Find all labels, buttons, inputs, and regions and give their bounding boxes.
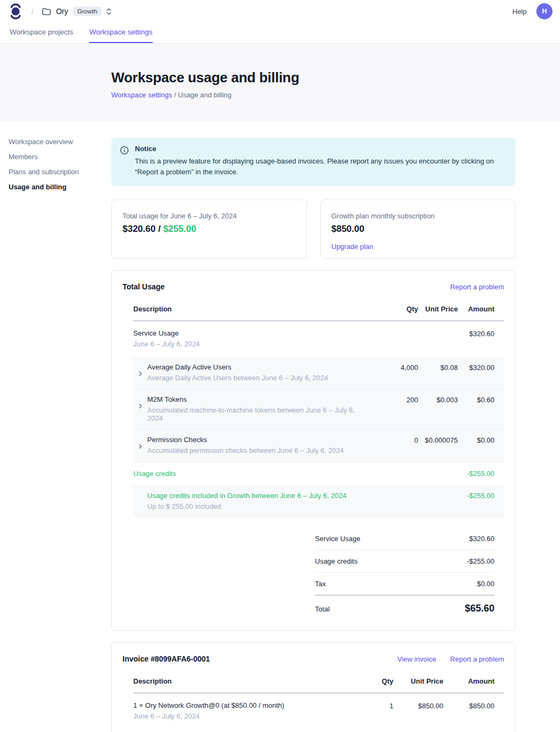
row-unit-price: $0.000075 (418, 436, 458, 444)
plan-badge: Growth (73, 6, 102, 16)
usage-totals: Service Usage $320.60 Usage credits -$25… (315, 528, 494, 617)
row-title: Average Daily Active Users (147, 363, 370, 371)
col-qty: Qty (345, 677, 393, 685)
plan-subscription-card: Growth plan monthly subscription $850.00… (320, 200, 516, 259)
row-amount: -$255.00 (458, 492, 494, 500)
totals-row-service-usage: Service Usage $320.60 (315, 528, 494, 550)
view-invoice-link[interactable]: View invoice (398, 655, 436, 663)
total-usage-label: Total usage for June 6 – July 6, 2024 (123, 212, 296, 220)
row-amount: $320.00 (458, 363, 494, 372)
row-title: Permission Checks (147, 436, 370, 444)
table-row-permission-checks[interactable]: Permission Checks Accumulated permission… (133, 430, 504, 462)
row-title: Service Usage (133, 329, 370, 337)
row-amount: -$255.00 (458, 470, 494, 478)
preview-notice: Notice This is a preview feature for dis… (111, 138, 515, 186)
table-row-service-usage: Service Usage June 6 – July 6, 2024 $320… (133, 321, 504, 357)
col-description: Description (133, 677, 345, 685)
usage-table: Description Qty Unit Price Amount Servic… (133, 299, 504, 617)
notice-body: This is a preview feature for displaying… (135, 156, 505, 177)
col-amount: Amount (458, 305, 494, 313)
row-title: Usage credits (133, 470, 370, 478)
row-subtitle: Average Daily Active Users between June … (147, 374, 370, 382)
row-unit-price: $0.003 (418, 395, 458, 404)
table-row-average-daily-active-users[interactable]: Average Daily Active Users Average Daily… (133, 357, 504, 389)
table-row-m2m-tokens[interactable]: M2M Tokens Accumulated machine-to-machin… (133, 389, 504, 430)
breadcrumb-settings-link[interactable]: Workspace settings (111, 91, 172, 99)
total-usage-panel: Total Usage Report a problem Description… (111, 270, 515, 631)
table-row-growth-subscription: 1 × Ory Network Growth@0 (at $850.00 / m… (133, 693, 504, 729)
usage-report-problem-link[interactable]: Report a problem (450, 283, 504, 291)
chevron-right-icon[interactable] (133, 436, 147, 450)
table-row-usage-credits: Usage credits -$255.00 (133, 462, 504, 485)
avatar[interactable]: H (536, 3, 552, 19)
invoice-table-header: Description Qty Unit Price Amount (133, 671, 504, 693)
totals-row-tax: Tax $0.00 (315, 573, 494, 595)
tab-workspace-projects[interactable]: Workspace projects (10, 23, 73, 43)
page-header: Workspace usage and billing Workspace se… (0, 44, 560, 122)
breadcrumb-separator: / (31, 7, 33, 16)
usage-panel-title: Total Usage (123, 282, 436, 291)
chevron-right-icon[interactable] (133, 363, 147, 377)
row-subtitle: Up to $ 255.00 included (147, 502, 370, 510)
sidebar-item-workspace-overview[interactable]: Workspace overview (9, 138, 103, 146)
total-usage-card: Total usage for June 6 – July 6, 2024 $3… (111, 200, 307, 259)
workspace-tabs: Workspace projects Workspace settings (0, 23, 560, 44)
row-amount: $0.60 (458, 395, 494, 404)
row-amount: $850.00 (443, 701, 494, 710)
row-title: M2M Tokens (147, 395, 370, 403)
plan-subscription-value: $850.00 (332, 224, 505, 234)
tab-workspace-settings[interactable]: Workspace settings (89, 23, 153, 43)
row-qty: 1 (345, 701, 393, 710)
notice-title: Notice (135, 145, 505, 153)
chevron-right-icon[interactable] (133, 395, 147, 409)
col-qty: Qty (370, 305, 418, 313)
row-title: 1 × Ory Network Growth@0 (at $850.00 / m… (133, 701, 345, 709)
row-qty: 0 (370, 436, 418, 444)
row-title: Usage credits included in Growth between… (147, 492, 370, 500)
plan-subscription-label: Growth plan monthly subscription (332, 212, 505, 220)
row-subtitle: Accumulated machine-to-machine tokens be… (147, 406, 370, 422)
sidebar-item-usage-and-billing[interactable]: Usage and billing (9, 183, 103, 191)
usage-table-header: Description Qty Unit Price Amount (133, 299, 504, 321)
row-qty: 4,000 (370, 363, 418, 372)
col-unit-price: Unit Price (418, 305, 458, 313)
col-amount: Amount (443, 677, 494, 685)
table-row-usage-credits-detail: Usage credits included in Growth between… (133, 485, 504, 518)
row-qty: 200 (370, 395, 418, 404)
upgrade-plan-link[interactable]: Upgrade plan (332, 243, 374, 251)
breadcrumb-current: / Usage and billing (174, 91, 232, 99)
totals-row-usage-credits: Usage credits -$255.00 (315, 550, 494, 573)
col-unit-price: Unit Price (393, 677, 443, 685)
totals-row-grand-total: Total $65.60 (315, 595, 494, 617)
usage-credit-value: $255.00 (163, 224, 196, 234)
invoice-panel-title: Invoice #8099AFA6-0001 (123, 655, 384, 663)
row-subtitle: Accumulated permission checks between Ju… (147, 446, 370, 454)
row-period: June 6 – July 6, 2024 (133, 340, 370, 348)
folder-icon (42, 8, 51, 16)
settings-sidebar: Workspace overview Members Plans and sub… (9, 138, 103, 191)
sidebar-item-plans-and-subscription[interactable]: Plans and subscription (9, 168, 103, 176)
breadcrumb: Workspace settings / Usage and billing (111, 91, 560, 99)
top-bar: / Ory Growth Help H (0, 0, 560, 23)
row-period: June 6 – July 6, 2024 (133, 712, 345, 720)
help-link[interactable]: Help (512, 8, 527, 16)
workspace-name[interactable]: Ory (56, 7, 68, 16)
info-icon (120, 146, 129, 177)
row-amount: $320.60 (458, 329, 494, 338)
workspace-switcher-chevrons-icon[interactable] (106, 8, 112, 16)
invoice-table: Description Qty Unit Price Amount 1 × Or… (133, 671, 504, 732)
page-title: Workspace usage and billing (111, 69, 560, 86)
col-description: Description (133, 305, 370, 313)
invoice-report-problem-link[interactable]: Report a problem (450, 655, 504, 663)
invoice-panel: Invoice #8099AFA6-0001 View invoice Repo… (111, 642, 515, 732)
ory-logo-icon[interactable] (10, 3, 21, 20)
row-amount: $0.00 (458, 436, 494, 444)
sidebar-item-members[interactable]: Members (9, 153, 103, 161)
total-usage-value: $320.60 / $255.00 (123, 224, 296, 234)
row-unit-price: $0.08 (418, 363, 458, 372)
row-unit-price: $850.00 (393, 701, 443, 710)
